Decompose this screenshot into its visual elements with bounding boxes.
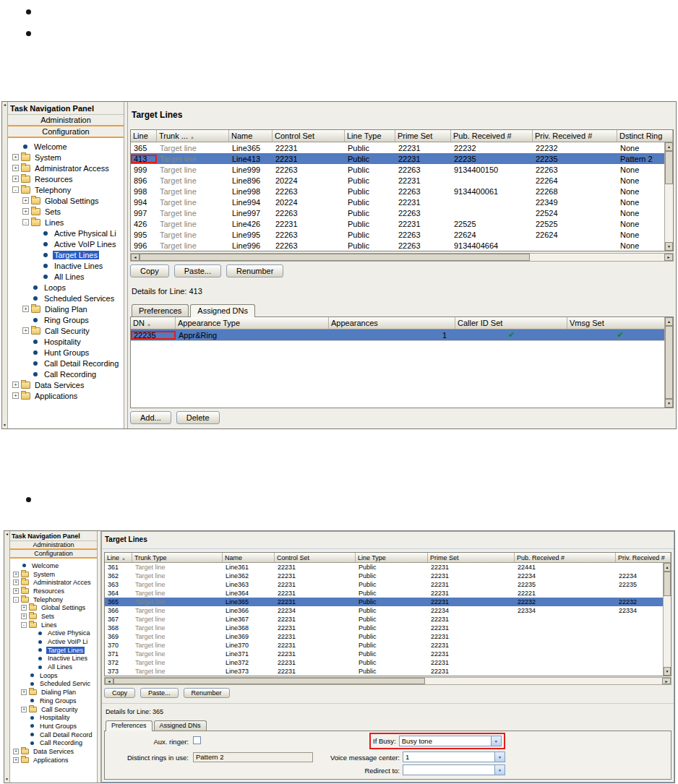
- scroll-up-icon[interactable]: ▲: [665, 317, 673, 326]
- scroll-up-icon[interactable]: ▲: [664, 563, 671, 572]
- tree-item[interactable]: Active VoIP Li: [10, 637, 97, 646]
- sidebar-tab-administration[interactable]: Administration: [8, 115, 124, 126]
- table-row[interactable]: 997 Target line Line997 22263 Public 222…: [131, 207, 673, 218]
- scroll-down-icon[interactable]: ▼: [3, 423, 7, 428]
- scrollbar-thumb[interactable]: [664, 572, 671, 596]
- sidebar-scrollbar[interactable]: ◄ ▼: [4, 531, 10, 783]
- tree-item[interactable]: + Resources: [8, 173, 124, 184]
- scroll-down-icon[interactable]: ▼: [665, 399, 673, 408]
- table-row[interactable]: 366 Target line Line366 22234 Public 222…: [105, 606, 671, 615]
- tree-item[interactable]: Active Physica: [10, 629, 97, 638]
- sidebar-tab-administration[interactable]: Administration: [10, 541, 97, 550]
- scroll-left-icon[interactable]: ◄: [131, 254, 140, 261]
- table-row[interactable]: 367 Target line Line367 22231 Public 222…: [105, 615, 671, 624]
- tree-expander-icon[interactable]: +: [13, 749, 19, 754]
- vertical-scrollbar[interactable]: ▲ ▼: [664, 142, 673, 251]
- tree-item[interactable]: + Dialing Plan: [8, 303, 124, 314]
- tree-item[interactable]: + Global Settings: [10, 603, 97, 612]
- tree-item[interactable]: + Resources: [10, 587, 97, 595]
- column-header[interactable]: Trunk Type: [132, 553, 223, 562]
- scroll-up-icon[interactable]: ◄: [3, 103, 7, 108]
- tree-item[interactable]: Ring Groups: [10, 697, 97, 705]
- vertical-scrollbar[interactable]: ▲ ▼: [664, 317, 673, 408]
- tree-item[interactable]: + Data Services: [8, 379, 124, 390]
- redirect-to-select[interactable]: ▼: [403, 764, 505, 775]
- renumber-button[interactable]: Renumber: [184, 688, 230, 698]
- voice-message-center-select[interactable]: 1 ▼: [403, 751, 505, 762]
- tree-item[interactable]: Welcome: [8, 141, 124, 152]
- tree-item[interactable]: Hospitality: [8, 336, 124, 347]
- scroll-right-icon[interactable]: ►: [662, 678, 671, 684]
- column-header[interactable]: Line: [131, 130, 157, 142]
- table-row[interactable]: 995 Target line Line995 22263 Public 222…: [131, 229, 673, 240]
- horizontal-scrollbar[interactable]: ◄ ►: [104, 677, 671, 685]
- column-header[interactable]: Name: [229, 130, 273, 142]
- tree-item[interactable]: - Lines: [8, 217, 124, 228]
- tree-item[interactable]: + Applications: [8, 390, 124, 401]
- tree-item[interactable]: + Data Services: [10, 747, 97, 756]
- horizontal-scrollbar[interactable]: ◄ ►: [130, 253, 674, 262]
- table-row[interactable]: 998 Target line Line998 22263 Public 222…: [131, 186, 673, 197]
- tree-expander-icon[interactable]: +: [12, 154, 19, 160]
- tree-expander-icon[interactable]: +: [21, 689, 27, 695]
- paste-button[interactable]: Paste...: [174, 264, 221, 277]
- tree-item[interactable]: + Applications: [10, 756, 97, 764]
- tree-item[interactable]: Inactive Lines: [8, 260, 124, 271]
- tree-item[interactable]: Ring Groups: [8, 314, 124, 325]
- tree-item[interactable]: + Call Security: [8, 325, 124, 336]
- copy-button[interactable]: Copy: [130, 264, 169, 277]
- table-row[interactable]: 372 Target line Line372 22231 Public 222…: [105, 658, 671, 667]
- column-header[interactable]: Appearances: [329, 317, 455, 329]
- tree-item[interactable]: + System: [10, 570, 97, 579]
- tree-expander-icon[interactable]: +: [22, 208, 29, 215]
- column-header[interactable]: Caller ID Set: [455, 317, 567, 329]
- tree-item[interactable]: Target Lines: [8, 249, 124, 260]
- aux-ringer-checkbox[interactable]: [193, 736, 201, 744]
- scroll-left-icon[interactable]: ◄: [105, 678, 113, 684]
- column-header[interactable]: Trunk ...: [157, 130, 229, 142]
- renumber-button[interactable]: Renumber: [226, 264, 283, 277]
- table-row[interactable]: 365 Target line Line365 22231 Public 222…: [105, 598, 671, 606]
- tree-item[interactable]: Active Physical Li: [8, 228, 124, 238]
- tree-expander-icon[interactable]: -: [22, 219, 29, 225]
- tree-item[interactable]: + Administrator Acces: [10, 578, 97, 587]
- scrollbar-thumb[interactable]: [113, 678, 425, 684]
- table-row[interactable]: 362 Target line Line362 22231 Public 222…: [105, 572, 671, 580]
- tree-item[interactable]: Target Lines: [10, 646, 97, 655]
- tree-item[interactable]: + Call Security: [10, 705, 97, 714]
- tab-assigned-dns[interactable]: Assigned DNs: [154, 720, 207, 731]
- tree-expander-icon[interactable]: -: [12, 186, 19, 193]
- dropdown-arrow-icon[interactable]: ▼: [494, 752, 505, 762]
- table-row[interactable]: 994 Target line Line994 20224 Public 222…: [131, 197, 673, 207]
- tree-expander-icon[interactable]: +: [21, 605, 27, 611]
- column-header[interactable]: Control Set: [273, 130, 345, 142]
- tree-expander-icon[interactable]: +: [22, 197, 29, 204]
- table-row[interactable]: 373 Target line Line373 22231 Public 222…: [105, 667, 671, 676]
- tree-item[interactable]: Call Detail Recording: [8, 358, 124, 369]
- table-row[interactable]: 371 Target line Line371 22231 Public 222…: [105, 650, 671, 658]
- tree-item[interactable]: Welcome: [10, 561, 97, 570]
- table-row[interactable]: 426 Target line Line426 22231 Public 222…: [131, 218, 673, 229]
- tab-assigned-dns[interactable]: Assigned DNs: [190, 304, 255, 317]
- column-header[interactable]: Pub. Received #: [451, 130, 533, 142]
- column-header[interactable]: Priv. Received #: [616, 553, 671, 562]
- sidebar-tab-configuration[interactable]: Configuration: [10, 550, 97, 559]
- tree-expander-icon[interactable]: +: [21, 613, 27, 619]
- column-header[interactable]: Prime Set: [428, 553, 515, 562]
- tab-preferences[interactable]: Preferences: [132, 304, 189, 316]
- tree-item[interactable]: + Dialing Plan: [10, 688, 97, 697]
- column-header[interactable]: Pub. Received #: [515, 553, 616, 562]
- table-row[interactable]: 996 Target line Line996 22263 Public 222…: [131, 240, 673, 251]
- tree-expander-icon[interactable]: +: [12, 176, 19, 182]
- table-row[interactable]: 363 Target line Line363 22231 Public 222…: [105, 580, 671, 589]
- tree-item[interactable]: Inactive Lines: [10, 655, 97, 663]
- copy-button[interactable]: Copy: [104, 688, 135, 698]
- tree-expander-icon[interactable]: -: [21, 622, 27, 628]
- scroll-down-icon[interactable]: ▼: [5, 777, 9, 782]
- table-row[interactable]: 361 Target line Line361 22231 Public 222…: [105, 563, 671, 572]
- column-header[interactable]: Name: [223, 553, 275, 562]
- dropdown-arrow-icon[interactable]: ▼: [494, 765, 505, 775]
- column-header[interactable]: Control Set: [275, 553, 356, 562]
- tree-item[interactable]: Loops: [8, 282, 124, 293]
- scroll-down-icon[interactable]: ▼: [664, 667, 671, 676]
